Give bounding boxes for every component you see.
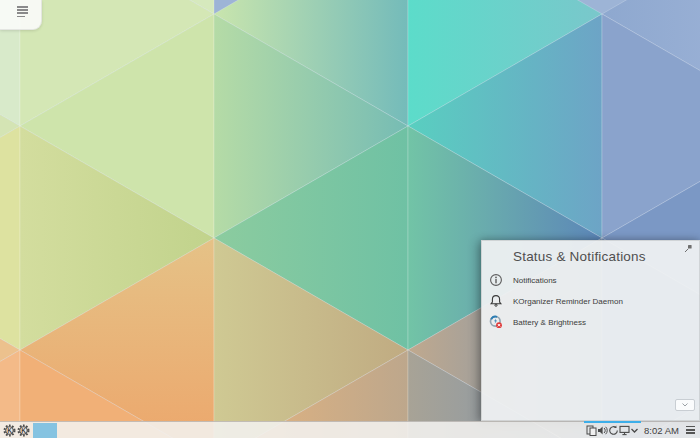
tray-active-indicator [584, 421, 641, 423]
status-item-list: Notifications KOrganizer Reminder Daemon [482, 269, 699, 332]
kde-app-launcher-button[interactable]: K [17, 424, 30, 437]
chevron-down-icon [681, 402, 689, 408]
battery-missing-icon [489, 315, 503, 329]
hamburger-icon [686, 426, 695, 427]
info-icon [489, 273, 503, 287]
popup-corner-button[interactable] [675, 399, 695, 411]
list-item-label: KOrganizer Reminder Daemon [513, 296, 623, 305]
kde-gear-icon: K [3, 424, 16, 437]
kde-gear-icon: K [17, 424, 30, 437]
clipboard-icon[interactable] [586, 425, 597, 436]
volume-icon[interactable] [597, 425, 608, 436]
pin-icon[interactable] [684, 244, 693, 253]
desktop: Status & Notifications Notifications [0, 0, 700, 438]
virtual-desktop-pager[interactable] [33, 423, 57, 438]
list-item-label: Battery & Brightness [513, 317, 586, 326]
list-item-battery[interactable]: Battery & Brightness [482, 311, 699, 332]
sync-icon[interactable] [608, 425, 619, 436]
digital-clock[interactable]: 8:02 AM [643, 422, 680, 438]
svg-text:K: K [7, 427, 12, 434]
kde-app-launcher-button[interactable]: K [3, 424, 16, 437]
svg-text:K: K [21, 427, 26, 434]
list-item-label: Notifications [513, 275, 557, 284]
status-notifications-popup: Status & Notifications Notifications [481, 240, 700, 421]
taskbar-panel: K K [0, 421, 700, 438]
display-icon[interactable] [619, 425, 630, 436]
list-item-notifications[interactable]: Notifications [482, 269, 699, 290]
panel-toolbox-button[interactable] [686, 426, 696, 436]
desktop-toolbox-button[interactable] [0, 0, 42, 30]
list-item-korganizer[interactable]: KOrganizer Reminder Daemon [482, 290, 699, 311]
tray-expander-chevron-icon[interactable] [630, 425, 639, 436]
hamburger-lines-icon [17, 6, 28, 19]
bell-icon [489, 294, 503, 308]
popup-title: Status & Notifications [513, 249, 646, 264]
